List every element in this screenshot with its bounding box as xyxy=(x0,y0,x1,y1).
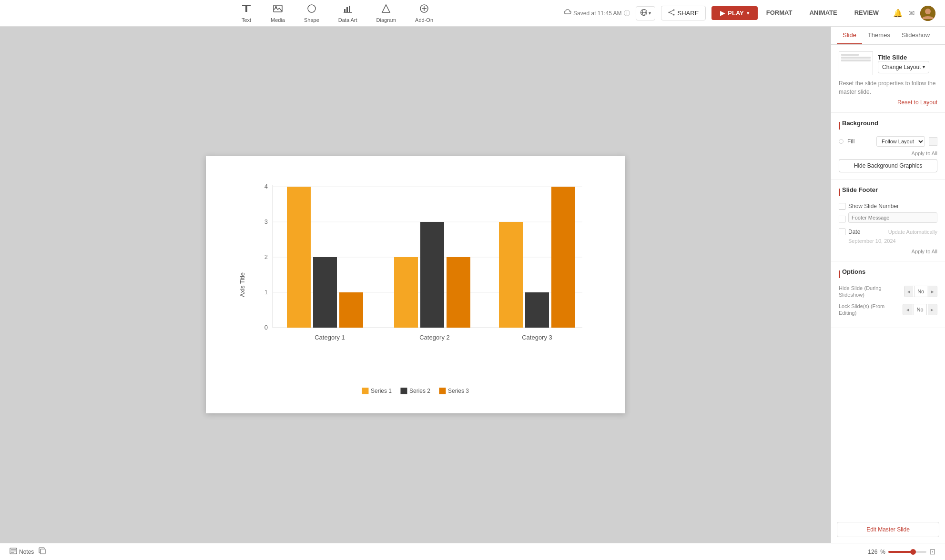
background-title: Background xyxy=(842,120,878,127)
footer-message-row xyxy=(839,212,937,226)
info-icon: ⓘ xyxy=(624,9,630,18)
notes-button[interactable]: Notes xyxy=(10,548,34,556)
tool-shape[interactable]: Shape xyxy=(301,1,322,25)
bar-cat3-s3 xyxy=(551,187,575,328)
bottom-left: Notes xyxy=(10,547,46,557)
tool-data-art[interactable]: Data Art xyxy=(335,1,360,25)
bar-cat2-s1 xyxy=(394,257,418,328)
svg-text:4: 4 xyxy=(264,183,267,190)
bar-cat2-s3 xyxy=(447,257,470,328)
layout-info: Title Slide Change Layout ▾ xyxy=(878,54,937,73)
hide-slide-increment[interactable]: ▸ xyxy=(928,286,937,297)
footer-header: Slide Footer xyxy=(839,186,937,198)
globe-btn[interactable]: ▾ xyxy=(636,6,655,20)
date-checkbox[interactable] xyxy=(839,229,845,235)
svg-line-20 xyxy=(670,13,673,14)
chart-container: Axis Title 0 1 2 3 xyxy=(230,175,601,394)
notes-label: Notes xyxy=(19,549,34,555)
svg-rect-5 xyxy=(344,9,345,12)
options-header: Options xyxy=(839,268,937,280)
data-art-icon xyxy=(343,3,353,16)
date-label: Date xyxy=(848,229,860,235)
bar-cat1-s1 xyxy=(287,187,311,328)
hide-slide-toggle[interactable]: ◂ No ▸ xyxy=(904,286,937,297)
diagram-icon xyxy=(381,3,391,16)
change-layout-button[interactable]: Change Layout ▾ xyxy=(878,61,929,73)
tab-format[interactable]: FORMAT xyxy=(758,6,801,20)
bar-cat3-s2 xyxy=(525,292,549,328)
top-tab-bar: ▶ PLAY ▾ FORMAT ANIMATE REVIEW xyxy=(711,6,887,20)
svg-rect-1 xyxy=(245,6,247,12)
zoom-control: 126 % ⊡ xyxy=(868,547,935,556)
svg-point-3 xyxy=(275,6,277,8)
copy-icon[interactable] xyxy=(39,547,46,557)
panel-tab-themes[interactable]: Themes xyxy=(862,27,896,44)
slide-canvas[interactable]: Axis Title 0 1 2 3 xyxy=(206,156,625,413)
lock-slides-value: No xyxy=(914,304,927,315)
hide-slide-decrement[interactable]: ◂ xyxy=(904,286,913,297)
legend-label-s1: Series 1 xyxy=(371,388,392,394)
edit-master-slide-button[interactable]: Edit Master Slide xyxy=(837,522,939,537)
apply-all-background[interactable]: Apply to All xyxy=(839,150,937,156)
footer-message-checkbox[interactable] xyxy=(839,216,845,222)
footer-message-input[interactable] xyxy=(848,212,937,223)
mail-icon[interactable]: ✉ xyxy=(908,9,915,18)
section-divider xyxy=(839,122,840,130)
reset-text: Reset the slide properties to follow the… xyxy=(839,79,937,96)
show-slide-number-row: Show Slide Number xyxy=(839,203,937,210)
update-automatically-label: Update Automatically xyxy=(888,229,937,235)
tool-diagram[interactable]: Diagram xyxy=(374,1,399,25)
color-swatch[interactable] xyxy=(929,137,937,146)
svg-rect-6 xyxy=(346,7,348,12)
svg-rect-0 xyxy=(242,5,251,6)
zoom-slider-thumb[interactable] xyxy=(910,549,916,555)
date-value: September 10, 2024 xyxy=(848,238,896,244)
panel-tab-slide[interactable]: Slide xyxy=(837,27,862,44)
bell-icon[interactable]: 🔔 xyxy=(893,9,903,18)
tab-animate[interactable]: ANIMATE xyxy=(801,6,845,20)
legend-color-s1 xyxy=(362,388,368,394)
tool-text[interactable]: Text xyxy=(238,1,254,25)
svg-text:0: 0 xyxy=(264,324,267,331)
show-slide-number-checkbox[interactable] xyxy=(839,203,845,210)
chart-svg: 0 1 2 3 4 5 Category 1 xyxy=(249,175,592,351)
lock-slides-toggle[interactable]: ◂ No ▸ xyxy=(903,304,937,315)
zoom-slider[interactable] xyxy=(888,551,926,553)
reset-to-layout-link[interactable]: Reset to Layout xyxy=(839,99,937,106)
avatar[interactable] xyxy=(920,6,935,21)
share-button[interactable]: SHARE xyxy=(661,6,706,20)
slide-footer-section: Slide Footer Show Slide Number Date Upda… xyxy=(831,180,945,261)
legend-color-s3 xyxy=(439,388,446,394)
panel-tabs: Slide Themes Slideshow xyxy=(831,27,945,45)
fill-row: Fill Follow Layout xyxy=(839,136,937,147)
share-icon xyxy=(668,9,675,17)
y-axis-title: Axis Title xyxy=(238,272,245,297)
legend-label-s3: Series 3 xyxy=(448,388,469,394)
show-slide-number-label: Show Slide Number xyxy=(848,203,899,210)
play-button[interactable]: ▶ PLAY ▾ xyxy=(711,6,757,20)
hide-background-graphics-button[interactable]: Hide Background Graphics xyxy=(839,159,937,172)
slide-area: Axis Title 0 1 2 3 xyxy=(0,27,831,543)
chart-legend: Series 1 Series 2 Series 3 xyxy=(362,388,469,394)
panel-tab-slideshow[interactable]: Slideshow xyxy=(896,27,935,44)
tool-media[interactable]: Media xyxy=(268,1,288,25)
zoom-fit-icon[interactable]: ⊡ xyxy=(929,547,935,556)
tool-add-on[interactable]: Add-On xyxy=(412,1,436,25)
apply-all-footer[interactable]: Apply to All xyxy=(839,249,937,254)
shape-icon xyxy=(306,3,317,16)
svg-point-4 xyxy=(308,5,315,12)
svg-line-19 xyxy=(670,10,673,12)
svg-rect-7 xyxy=(349,6,350,12)
legend-series1: Series 1 xyxy=(362,388,392,394)
lock-slides-increment[interactable]: ▸ xyxy=(928,304,937,315)
svg-point-22 xyxy=(925,9,931,14)
svg-text:Category 3: Category 3 xyxy=(522,334,552,341)
options-divider xyxy=(839,270,840,278)
svg-point-17 xyxy=(673,14,674,16)
tool-shape-label: Shape xyxy=(304,17,319,23)
bar-cat1-s3 xyxy=(339,292,363,328)
tab-review[interactable]: REVIEW xyxy=(846,6,887,20)
lock-slides-decrement[interactable]: ◂ xyxy=(903,304,912,315)
fill-select[interactable]: Follow Layout xyxy=(876,136,925,147)
change-layout-label: Change Layout xyxy=(882,64,921,70)
